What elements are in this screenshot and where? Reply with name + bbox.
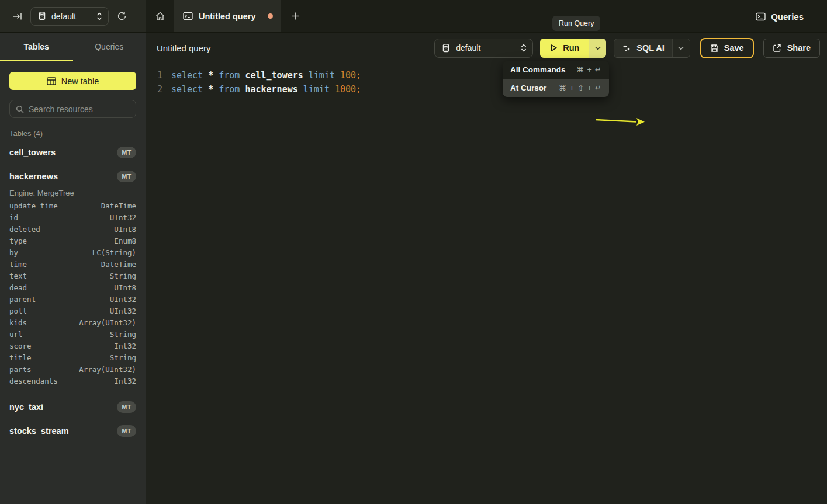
column-name: deleted (9, 225, 40, 234)
menu-item-shortcut: ⌘+⇧+↵ (559, 84, 601, 92)
table-row[interactable]: cell_towersMT (9, 142, 136, 162)
share-icon (773, 44, 781, 53)
run-label: Run (563, 43, 579, 53)
code-line[interactable]: 1select * from cell_towers limit 100; (155, 68, 827, 82)
column-row: deletedUInt8 (9, 223, 136, 235)
topbar-database-selector[interactable]: default (30, 7, 109, 26)
column-name: kids (9, 318, 27, 327)
column-name: score (9, 342, 32, 350)
column-row: kidsArray(UInt32) (9, 317, 136, 328)
column-name: url (9, 330, 23, 339)
column-name: descendants (9, 377, 58, 385)
code-line[interactable]: 2select * from hackernews limit 1000; (155, 82, 827, 96)
run-query-tooltip: Run Query (552, 16, 600, 31)
queries-button[interactable]: Queries (756, 0, 804, 33)
collapse-sidebar-icon[interactable] (13, 12, 22, 21)
column-row: pollUInt32 (9, 305, 136, 317)
column-row: parentUInt32 (9, 293, 136, 305)
column-row: scoreInt32 (9, 340, 136, 352)
column-name: parts (9, 365, 32, 374)
home-icon (155, 11, 165, 22)
search-icon (16, 105, 24, 113)
table-name: nyc_taxi (9, 402, 43, 412)
column-row: textString (9, 270, 136, 281)
column-type: String (110, 330, 136, 339)
column-row: deadUInt8 (9, 281, 136, 293)
terminal-icon (756, 12, 766, 21)
engine-badge: MT (117, 147, 136, 158)
table-icon (47, 77, 56, 85)
column-type: Enum8 (114, 237, 136, 245)
table-row[interactable]: hackernewsMT (9, 166, 136, 186)
column-name: id (9, 213, 18, 222)
column-type: Array(UInt32) (79, 365, 136, 374)
menu-item-label: All Commands (510, 65, 566, 74)
table-row[interactable]: nyc_taxiMT (9, 397, 136, 416)
sidebar-tab-tables[interactable]: Tables (0, 33, 73, 61)
column-name: parent (9, 295, 36, 304)
line-number: 2 (155, 84, 162, 95)
menu-item-shortcut: ⌘+↵ (576, 65, 601, 74)
column-row: descendantsInt32 (9, 375, 136, 387)
tables-section-title: Tables (4) (9, 129, 136, 138)
run-menu-item[interactable]: At Cursor⌘+⇧+↵ (503, 79, 609, 97)
menu-item-label: At Cursor (510, 84, 546, 92)
query-title: Untitled query (157, 43, 434, 53)
code-text: select * from cell_towers limit 100; (171, 70, 361, 81)
tab-strip: Untitled query (146, 0, 827, 32)
column-name: by (9, 248, 18, 257)
column-type: String (110, 353, 136, 362)
column-row: update_timeDateTime (9, 200, 136, 211)
top-bar-left: default (0, 0, 146, 32)
sidebar: Tables Queries New table Tables (4) cell… (0, 33, 146, 504)
column-type: Int32 (114, 377, 136, 385)
run-options-menu: All Commands⌘+↵At Cursor⌘+⇧+↵ (503, 61, 609, 97)
column-list-gap (9, 387, 136, 392)
unsaved-changes-dot (268, 13, 273, 19)
active-tab-underline (0, 60, 73, 61)
table-name: stocks_stream (9, 426, 69, 436)
table-row[interactable]: stocks_streamMT (9, 421, 136, 440)
new-tab-button[interactable] (281, 0, 309, 32)
main-area: Untitled query default (146, 33, 827, 504)
sql-ai-split-button: SQL AI (614, 39, 690, 58)
column-type: DateTime (101, 260, 136, 269)
toolbar-database-selector[interactable]: default (434, 39, 533, 58)
sql-editor[interactable]: 1select * from cell_towers limit 100;2se… (146, 63, 827, 96)
column-type: UInt8 (114, 283, 136, 292)
new-table-button[interactable]: New table (9, 72, 136, 90)
run-menu-item[interactable]: All Commands⌘+↵ (503, 61, 609, 79)
column-type: LC(String) (92, 248, 136, 257)
chevron-updown-icon (521, 44, 527, 52)
search-input[interactable] (29, 105, 130, 114)
database-icon (442, 44, 450, 53)
topbar-database-value: default (51, 12, 91, 21)
tab-home[interactable] (146, 0, 174, 32)
resource-list: Tables (4) cell_towersMThackernewsMTEngi… (0, 129, 146, 440)
sql-ai-options-caret[interactable] (672, 39, 690, 57)
terminal-icon (183, 12, 193, 20)
column-row: byLC(String) (9, 246, 136, 258)
save-label: Save (724, 43, 744, 53)
share-button[interactable]: Share (763, 39, 820, 58)
new-table-label: New table (61, 77, 99, 86)
column-type: UInt32 (110, 295, 136, 304)
sparkles-icon (622, 43, 631, 53)
toolbar-actions: default Run (434, 38, 820, 58)
column-type: UInt32 (110, 213, 136, 222)
save-button[interactable]: Save (700, 38, 754, 58)
sql-ai-button[interactable]: SQL AI (614, 39, 672, 57)
column-type: UInt8 (114, 225, 136, 234)
search-box[interactable] (9, 100, 136, 118)
engine-badge: MT (117, 171, 136, 182)
refresh-icon[interactable] (117, 11, 127, 21)
run-split-button: Run (540, 39, 606, 58)
sidebar-tab-queries[interactable]: Queries (73, 33, 146, 61)
table-engine: Engine: MergeTree (9, 186, 136, 200)
run-button[interactable]: Run (540, 39, 589, 58)
column-type: DateTime (101, 201, 136, 210)
tab-untitled-query[interactable]: Untitled query (174, 0, 281, 32)
run-options-caret[interactable] (589, 39, 606, 58)
column-row: partsArray(UInt32) (9, 363, 136, 375)
column-name: time (9, 260, 27, 269)
